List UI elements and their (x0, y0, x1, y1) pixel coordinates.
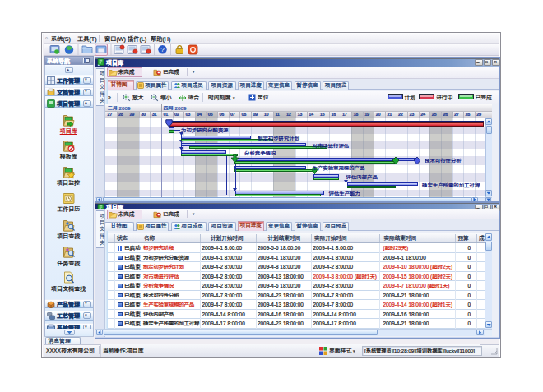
svg-text:?: ? (160, 46, 165, 53)
